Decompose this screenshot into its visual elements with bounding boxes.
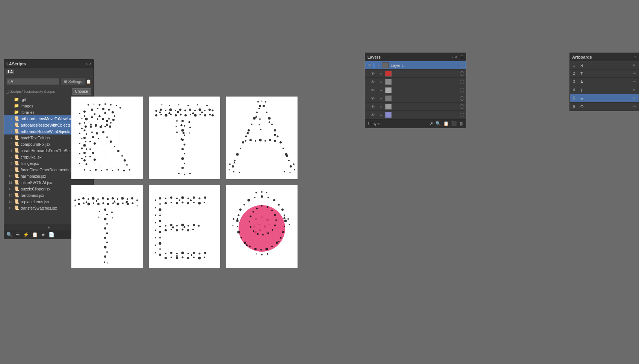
eye-icon[interactable]: 👁: [370, 71, 376, 76]
artboard-R[interactable]: R: [71, 97, 143, 179]
svg-point-339: [240, 237, 242, 239]
svg-point-351: [274, 214, 276, 216]
layer-row[interactable]: 👁▸: [365, 69, 466, 78]
expand-icon[interactable]: ▸: [379, 72, 384, 76]
layers-collapse-btn[interactable]: «: [452, 55, 454, 59]
search-icon[interactable]: 🔍: [6, 232, 12, 237]
svg-point-305: [204, 257, 205, 258]
jsx-icon: 📜: [14, 116, 19, 121]
layer-row[interactable]: 👁▸: [365, 111, 466, 119]
file-num: 13: [6, 193, 12, 197]
layer-row[interactable]: 👁▸: [365, 78, 466, 86]
svg-point-122: [181, 157, 184, 160]
artboard-name: E: [580, 96, 631, 101]
artboard-T2[interactable]: [71, 185, 143, 268]
artboards-expand-btn[interactable]: »: [634, 55, 636, 59]
layers-copy-icon[interactable]: 📋: [443, 121, 449, 126]
layer-row[interactable]: 👁▸: [365, 103, 466, 111]
eye-icon[interactable]: 👁: [370, 80, 376, 84]
layers-close-btn[interactable]: ×: [455, 55, 457, 59]
artboard-edit-icon[interactable]: ✏: [633, 63, 636, 67]
layers-new-layer-icon[interactable]: ⬛: [451, 121, 457, 126]
eye-icon[interactable]: 👁: [370, 113, 376, 117]
svg-point-56: [89, 148, 91, 150]
eye-icon[interactable]: 👁: [367, 63, 373, 68]
layer-visibility-circle[interactable]: [460, 104, 464, 109]
artboard-item[interactable]: 1 R ✏: [570, 61, 639, 69]
gear-icon: ⚙: [63, 79, 68, 84]
file-num: 11: [6, 181, 12, 184]
lascripts-search-row: ⚙ Settings 📋: [4, 76, 94, 87]
artboard-edit-icon[interactable]: ✏: [633, 104, 636, 109]
doc-icon[interactable]: 📄: [48, 232, 54, 237]
layers-delete-icon[interactable]: 🗑: [459, 121, 464, 126]
svg-point-113: [211, 114, 214, 116]
list-icon[interactable]: ☰: [15, 232, 20, 237]
artboard-item[interactable]: 6 O ✏: [570, 103, 639, 111]
svg-point-206: [107, 198, 109, 200]
artboard-edit-icon[interactable]: ✏: [633, 96, 636, 100]
svg-point-75: [110, 104, 112, 106]
file-name: images: [21, 104, 33, 108]
layer-visibility-circle[interactable]: [460, 88, 464, 92]
artboard-E[interactable]: [149, 185, 220, 268]
eye-icon[interactable]: 👁: [370, 96, 376, 101]
layers-menu-btn[interactable]: ☰: [460, 55, 464, 59]
svg-point-373: [287, 218, 289, 220]
svg-point-121: [184, 153, 185, 154]
folder-icon: 📁: [14, 97, 19, 102]
artboard-O[interactable]: [226, 185, 298, 268]
svg-point-6: [85, 125, 87, 128]
svg-point-32: [104, 126, 106, 127]
artboard-A[interactable]: [226, 97, 298, 179]
expand-icon[interactable]: ▸: [379, 105, 384, 109]
svg-point-20: [108, 109, 110, 110]
layer-row[interactable]: 👁▸: [365, 86, 466, 94]
layers-icon[interactable]: 📋: [32, 232, 38, 237]
expand-icon[interactable]: ▸: [379, 113, 384, 117]
lascripts-choose-btn[interactable]: Choose: [72, 88, 91, 95]
svg-point-124: [181, 167, 184, 169]
layers-new-layer-from-icon[interactable]: ↗: [429, 121, 433, 126]
layer-visibility-circle[interactable]: [460, 96, 464, 101]
layer-row[interactable]: 👁▸: [365, 94, 466, 103]
lascripts-close-btn[interactable]: ×: [89, 62, 91, 66]
expand-icon[interactable]: ▾: [376, 63, 381, 67]
svg-point-69: [81, 158, 83, 159]
svg-point-226: [104, 217, 106, 220]
flash-icon[interactable]: ⚡: [23, 232, 29, 237]
expand-icon[interactable]: ▸: [379, 80, 384, 84]
svg-point-370: [261, 191, 263, 193]
svg-point-14: [85, 156, 86, 157]
svg-point-205: [102, 197, 104, 199]
artboard-edit-icon[interactable]: ✏: [633, 71, 636, 76]
artboard-edit-icon[interactable]: ✏: [633, 88, 636, 92]
layer-visibility-circle[interactable]: [460, 113, 464, 117]
layers-find-icon[interactable]: 🔍: [435, 121, 441, 126]
layer-row[interactable]: 👁▾Layer 1: [365, 61, 466, 69]
lascripts-icon2[interactable]: 📋: [86, 79, 91, 84]
artboard-edit-icon[interactable]: ✏: [633, 80, 636, 84]
artboard-item[interactable]: 3 A ✏: [570, 78, 639, 86]
layer-visibility-circle[interactable]: [460, 71, 464, 76]
svg-point-357: [257, 233, 258, 235]
lascripts-search-input[interactable]: [6, 78, 59, 85]
artboard-T[interactable]: [149, 97, 220, 179]
lascripts-collapse-btn[interactable]: «: [86, 62, 88, 66]
svg-point-362: [252, 211, 254, 213]
artboard-item[interactable]: 2 T ✏: [570, 69, 639, 78]
svg-point-115: [184, 125, 185, 127]
expand-icon[interactable]: ▸: [379, 97, 384, 100]
layer-visibility-circle[interactable]: [460, 63, 464, 68]
eye-icon[interactable]: 👁: [370, 88, 376, 92]
svg-point-194: [293, 163, 295, 165]
artboard-item[interactable]: 5 E ✏: [570, 94, 639, 103]
svg-point-269: [165, 202, 167, 204]
star-icon[interactable]: ★: [41, 232, 45, 237]
expand-icon[interactable]: ▸: [379, 88, 384, 92]
artboard-item[interactable]: 4 T ✏: [570, 86, 639, 94]
layer-visibility-circle[interactable]: [460, 80, 464, 84]
eye-icon[interactable]: 👁: [370, 104, 376, 109]
svg-point-288: [187, 229, 189, 231]
lascripts-settings-btn[interactable]: ⚙ Settings: [61, 78, 85, 85]
